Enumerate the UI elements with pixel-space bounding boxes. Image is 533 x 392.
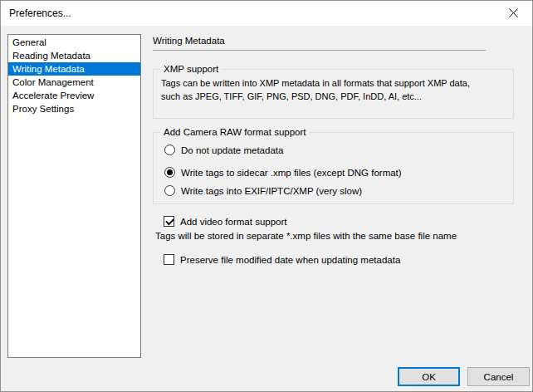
checkbox-label: Preserve file modified date when updatin… [180, 255, 400, 265]
preferences-dialog: Preferences... General Reading Metadata … [0, 0, 533, 392]
radio-write-exif-iptc-xmp[interactable]: Write tags into EXIF/IPTC/XMP (very slow… [164, 185, 362, 196]
xmp-support-text-line2: such as JPEG, TIFF, GIF, PNG, PSD, DNG, … [161, 91, 422, 101]
sidebar-item-proxy-settings[interactable]: Proxy Settings [8, 102, 140, 115]
radio-icon [164, 145, 175, 155]
radio-label: Write tags into EXIF/IPTC/XMP (very slow… [181, 186, 362, 196]
page-title: Writing Metadata [153, 36, 225, 46]
window-title: Preferences... [9, 1, 71, 26]
radio-label: Write tags to sidecar .xmp files (except… [181, 168, 402, 178]
checkbox-add-video-format-support[interactable]: Add video format support [164, 216, 287, 227]
xmp-support-group-title: XMP support [160, 64, 222, 74]
radio-selected-icon [164, 167, 175, 178]
checkbox-preserve-file-modified-date[interactable]: Preserve file modified date when updatin… [164, 254, 400, 265]
camera-raw-group-title: Add Camera RAW format support [160, 127, 310, 137]
xmp-support-group: XMP support Tags can be written into XMP… [153, 69, 514, 119]
sidebar-item-color-management[interactable]: Color Management [8, 76, 140, 89]
cancel-button[interactable]: Cancel [467, 367, 530, 386]
close-icon [509, 8, 518, 17]
radio-label: Do not update metadata [181, 145, 283, 155]
sidebar-item-general[interactable]: General [8, 36, 140, 49]
close-button[interactable] [494, 1, 532, 25]
checkbox-checked-icon [164, 216, 174, 227]
radio-icon [164, 185, 175, 196]
sidebar-item-writing-metadata[interactable]: Writing Metadata [8, 62, 140, 76]
category-list: General Reading Metadata Writing Metadat… [7, 34, 141, 358]
camera-raw-group: Add Camera RAW format support Do not upd… [153, 132, 514, 204]
video-format-note: Tags will be stored in separate *.xmp fi… [155, 231, 457, 241]
checkbox-unchecked-icon [164, 254, 174, 265]
header-divider [153, 50, 486, 51]
xmp-support-text-line1: Tags can be written into XMP metadata in… [161, 78, 470, 88]
ok-button[interactable]: OK [398, 367, 460, 386]
sidebar-item-reading-metadata[interactable]: Reading Metadata [8, 49, 140, 62]
titlebar: Preferences... [1, 1, 532, 26]
radio-do-not-update-metadata[interactable]: Do not update metadata [164, 145, 283, 155]
checkbox-label: Add video format support [180, 217, 287, 227]
sidebar-item-accelerate-preview[interactable]: Accelerate Preview [8, 89, 140, 102]
radio-write-sidecar-xmp[interactable]: Write tags to sidecar .xmp files (except… [164, 167, 402, 178]
